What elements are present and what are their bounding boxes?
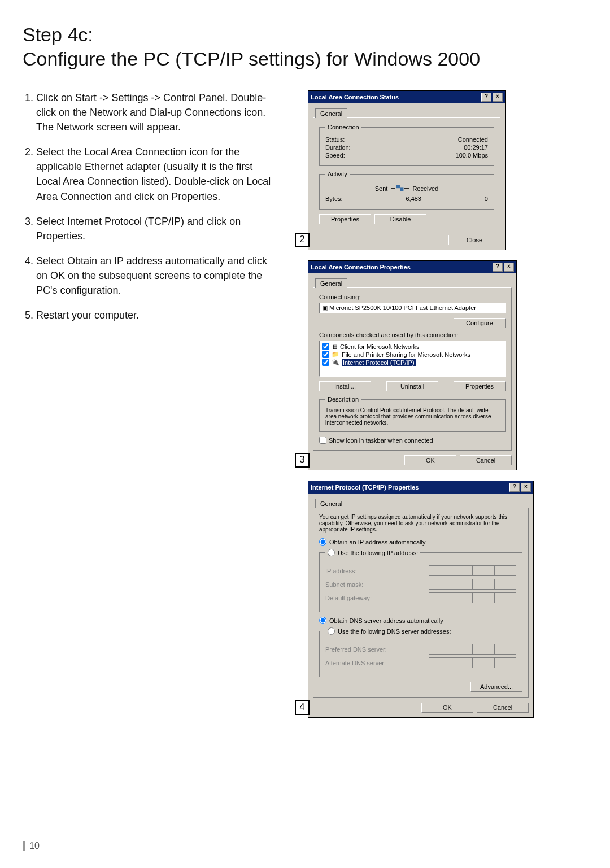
protocol-icon: 🔌 bbox=[332, 359, 339, 366]
use-ip-label: Use the following IP address: bbox=[338, 549, 418, 556]
gateway-field bbox=[429, 592, 516, 603]
bytes-label: Bytes: bbox=[325, 195, 343, 202]
connection-properties-dialog: Local Area Connection Properties ? × Gen… bbox=[308, 260, 517, 470]
close-button[interactable]: Close bbox=[448, 235, 500, 245]
help-icon[interactable]: ? bbox=[493, 263, 503, 272]
configure-button[interactable]: Configure bbox=[454, 318, 506, 328]
close-icon[interactable]: × bbox=[521, 483, 531, 492]
properties-button[interactable]: Properties bbox=[454, 381, 506, 391]
received-label: Received bbox=[412, 185, 438, 192]
bytes-received: 0 bbox=[485, 195, 488, 202]
help-icon[interactable]: ? bbox=[509, 483, 520, 492]
ip-address-label: IP address: bbox=[325, 568, 423, 574]
duration-label: Duration: bbox=[325, 144, 351, 151]
ok-button[interactable]: OK bbox=[421, 703, 473, 713]
chk-tcpip[interactable] bbox=[322, 359, 329, 366]
advanced-button[interactable]: Advanced... bbox=[470, 682, 522, 692]
tcpip-properties-dialog: Internet Protocol (TCP/IP) Properties ? … bbox=[308, 481, 534, 718]
radio-use-dns[interactable] bbox=[328, 627, 335, 635]
step-1: Click on Start -> Settings -> Control Pa… bbox=[36, 90, 274, 134]
item-fileprint: File and Printer Sharing for Microsoft N… bbox=[342, 351, 470, 358]
ip-address-field bbox=[429, 565, 516, 576]
step-5: Restart your computer. bbox=[36, 308, 274, 322]
dialog-title: Internet Protocol (TCP/IP) Properties bbox=[311, 484, 508, 491]
description-legend: Description bbox=[325, 396, 361, 403]
svg-rect-0 bbox=[391, 188, 395, 189]
radio-use-ip[interactable] bbox=[328, 549, 335, 556]
instruction-list: Click on Start -> Settings -> Control Pa… bbox=[23, 90, 274, 322]
dialog-title: Local Area Connection Status bbox=[311, 94, 480, 101]
dialog-title: Local Area Connection Properties bbox=[311, 264, 491, 271]
step-2: Select the Local Area Connection icon fo… bbox=[36, 145, 274, 203]
cancel-button[interactable]: Cancel bbox=[460, 455, 512, 465]
components-list[interactable]: 🖥Client for Microsoft Networks 📁File and… bbox=[319, 341, 506, 377]
disable-button[interactable]: Disable bbox=[374, 214, 426, 224]
callout-4: 4 bbox=[295, 700, 310, 715]
adapter-field: ▣ Micronet SP2500K 10/100 PCI Fast Ether… bbox=[319, 303, 506, 313]
close-icon[interactable]: × bbox=[504, 263, 514, 272]
svg-rect-3 bbox=[400, 187, 403, 191]
chk-show-icon[interactable] bbox=[319, 437, 326, 444]
components-label: Components checked are used by this conn… bbox=[319, 332, 506, 338]
connection-legend: Connection bbox=[325, 124, 361, 130]
gateway-label: Default gateway: bbox=[325, 595, 423, 601]
item-tcpip: Internet Protocol (TCP/IP) bbox=[342, 359, 416, 366]
status-value: Connected bbox=[458, 136, 488, 143]
tab-general[interactable]: General bbox=[315, 499, 347, 508]
sent-label: Sent bbox=[375, 185, 388, 192]
speed-label: Speed: bbox=[325, 152, 345, 159]
status-label: Status: bbox=[325, 136, 345, 143]
activity-legend: Activity bbox=[325, 171, 350, 177]
chk-client[interactable] bbox=[322, 343, 329, 350]
subnet-mask-field bbox=[429, 579, 516, 590]
page-title: Step 4c: Configure the PC (TCP/IP settin… bbox=[23, 23, 587, 71]
callout-3: 3 bbox=[295, 453, 310, 468]
close-icon[interactable]: × bbox=[493, 93, 503, 102]
preferred-dns-field bbox=[429, 644, 516, 655]
share-icon: 📁 bbox=[332, 351, 339, 358]
page-number: 10 bbox=[23, 841, 40, 851]
duration-value: 00:29:17 bbox=[464, 144, 488, 151]
tab-general[interactable]: General bbox=[315, 108, 347, 118]
preferred-dns-label: Preferred DNS server: bbox=[325, 646, 423, 653]
use-dns-label: Use the following DNS server addresses: bbox=[338, 628, 451, 635]
item-client: Client for Microsoft Networks bbox=[340, 343, 420, 350]
connection-status-dialog: Local Area Connection Status ? × General… bbox=[308, 90, 506, 250]
tab-general[interactable]: General bbox=[315, 278, 347, 288]
adapter-name: Micronet SP2500K 10/100 PCI Fast Etherne… bbox=[329, 304, 476, 311]
connect-using-label: Connect using: bbox=[319, 294, 506, 300]
step-3: Select Internet Protocol (TCP/IP) and cl… bbox=[36, 214, 274, 243]
speed-value: 100.0 Mbps bbox=[456, 152, 488, 159]
alternate-dns-label: Alternate DNS server: bbox=[325, 660, 423, 666]
step-4: Select Obtain an IP address automaticall… bbox=[36, 254, 274, 298]
bytes-sent: 6,483 bbox=[406, 195, 421, 202]
svg-rect-2 bbox=[396, 185, 400, 189]
radio-obtain-dns[interactable] bbox=[319, 617, 326, 624]
properties-button[interactable]: Properties bbox=[319, 214, 371, 224]
ok-button[interactable]: OK bbox=[404, 455, 456, 465]
description-text: Transmission Control Protocol/Internet P… bbox=[325, 407, 499, 426]
help-icon[interactable]: ? bbox=[481, 93, 491, 102]
activity-icon bbox=[391, 183, 409, 194]
nic-icon: ▣ bbox=[322, 304, 329, 311]
install-button[interactable]: Install... bbox=[319, 381, 371, 391]
intro-text: You can get IP settings assigned automat… bbox=[319, 514, 522, 533]
callout-2: 2 bbox=[295, 233, 310, 247]
alternate-dns-field bbox=[429, 657, 516, 668]
cancel-button[interactable]: Cancel bbox=[477, 703, 529, 713]
computer-icon: 🖥 bbox=[332, 343, 338, 350]
svg-rect-1 bbox=[404, 188, 409, 189]
subnet-mask-label: Subnet mask: bbox=[325, 581, 423, 588]
chk-fileprint[interactable] bbox=[322, 351, 329, 358]
obtain-ip-label: Obtain an IP address automatically bbox=[329, 539, 425, 546]
uninstall-button[interactable]: Uninstall bbox=[386, 381, 438, 391]
show-icon-label: Show icon in taskbar when connected bbox=[329, 437, 433, 444]
radio-obtain-ip[interactable] bbox=[319, 538, 326, 546]
obtain-dns-label: Obtain DNS server address automatically bbox=[329, 617, 443, 624]
